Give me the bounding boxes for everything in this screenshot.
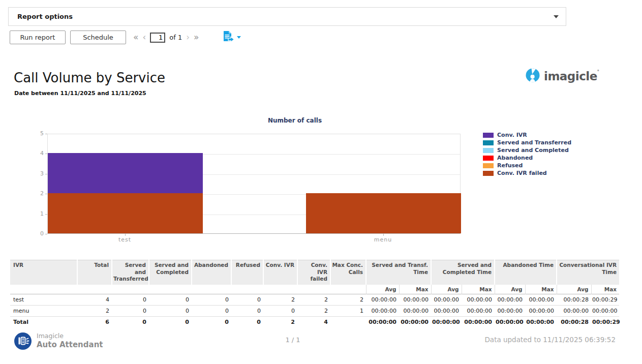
page-count-label: of 1 [169, 34, 182, 41]
column-header: Conv. IVR failed [297, 260, 330, 285]
legend-item: Abandoned [483, 155, 571, 161]
legend-swatch [483, 156, 494, 161]
report-options-bar[interactable]: Report options [8, 7, 566, 26]
legend-swatch [483, 171, 494, 176]
table-cell: test [10, 294, 77, 306]
subcolumn-header: Max [462, 285, 495, 294]
imagicle-logo-icon [526, 68, 540, 84]
footer-brand: Imagicle Auto Attendant [14, 332, 103, 352]
legend-swatch [483, 140, 494, 145]
x-tick-label: menu [353, 236, 414, 243]
table-total-row: Total600002400:00:0000:00:0000:00:0000:0… [10, 317, 619, 328]
table-cell: 00:00:00 [431, 306, 462, 317]
table-total-cell: 0 [192, 317, 231, 328]
legend-label: Served and Completed [497, 147, 569, 154]
table-row: test4000022200:00:0000:00:0000:00:0000:0… [10, 294, 619, 306]
chart-legend: Conv. IVRServed and TransferredServed an… [483, 132, 571, 178]
page-number-input[interactable] [150, 33, 165, 43]
table-cell: 0 [149, 306, 192, 317]
column-group-header: Served and Transf. Time [366, 260, 431, 285]
schedule-button[interactable]: Schedule [70, 31, 126, 44]
table-cell: menu [10, 306, 77, 317]
legend-label: Conv. IVR [497, 132, 527, 138]
legend-item: Conv. IVR [483, 132, 571, 138]
x-tick-mark [383, 234, 384, 236]
table-cell: 2 [330, 294, 366, 306]
bar-segment-test [48, 193, 203, 233]
y-tick-label: 5 [30, 130, 44, 137]
next-page-button[interactable]: › [186, 31, 190, 44]
column-header: IVR [10, 260, 77, 285]
bar-segment-menu [306, 193, 461, 233]
table-total-cell: 00:00:00 [495, 317, 525, 328]
report-options-label: Report options [17, 13, 73, 20]
table-cell: 00:00:00 [462, 306, 495, 317]
table-total-cell: 00:00:28 [557, 317, 591, 328]
x-tick-label: test [95, 236, 156, 243]
subcolumn-header: Max [591, 285, 619, 294]
date-range-subtitle: Date between 11/11/2025 and 11/11/2025 [14, 90, 146, 97]
y-tick-label: 2 [30, 190, 44, 197]
table-cell: 00:00:00 [399, 294, 431, 306]
y-tick-label: 3 [30, 170, 44, 177]
table-total-cell: 0 [112, 317, 149, 328]
column-header: Max Conc. Calls [330, 260, 366, 285]
column-header: Total [77, 260, 112, 285]
table-cell: 2 [297, 294, 330, 306]
y-tick-mark [45, 174, 47, 174]
y-tick-mark [45, 214, 47, 215]
table-cell: 0 [263, 306, 297, 317]
bar-segment-test [48, 153, 203, 193]
footer-page-indicator: 1 / 1 [267, 336, 318, 344]
run-report-button[interactable]: Run report [10, 31, 66, 44]
column-header: Served and Transferred [112, 260, 149, 285]
export-dropdown-caret-icon[interactable] [237, 36, 241, 39]
y-tick-label: 0 [30, 230, 44, 237]
table-total-cell: 0 [231, 317, 263, 328]
column-group-header: Served and Completed Time [431, 260, 495, 285]
table-row: menu2000002100:00:0000:00:0000:00:0000:0… [10, 306, 619, 317]
subcolumn-header: Avg [431, 285, 462, 294]
legend-label: Served and Transferred [497, 139, 571, 146]
column-group-header: Abandoned Time [495, 260, 557, 285]
legend-label: Refused [497, 162, 523, 169]
column-header: Abandoned [192, 260, 231, 285]
table-cell: 0 [192, 294, 231, 306]
table-total-cell: 00:00:29 [591, 317, 619, 328]
table-cell: 00:00:00 [557, 306, 591, 317]
y-tick-mark [45, 194, 47, 194]
chevron-down-icon[interactable] [554, 15, 559, 18]
y-tick-label: 1 [30, 210, 44, 217]
footer-updated-timestamp: Data updated to 11/11/2025 06:39:52 [484, 336, 616, 344]
table-cell: 0 [231, 306, 263, 317]
y-tick-label: 4 [30, 150, 44, 157]
table-cell: 00:00:00 [591, 306, 619, 317]
subcolumn-header: Avg [495, 285, 525, 294]
subcolumn-header: Avg [557, 285, 591, 294]
export-button[interactable] [222, 31, 241, 44]
brand-wordmark: imagicle° [544, 70, 599, 83]
y-tick-mark [45, 234, 47, 234]
report-table-header: IVRTotalServed and TransferredServed and… [10, 260, 619, 294]
legend-label: Abandoned [497, 155, 533, 161]
column-header: Served and Completed [149, 260, 192, 285]
first-page-button[interactable]: « [133, 31, 138, 44]
subcolumn-header: Avg [366, 285, 399, 294]
table-cell: 00:00:00 [399, 306, 431, 317]
legend-item: Served and Completed [483, 147, 571, 153]
table-cell: 00:00:00 [525, 294, 557, 306]
pagination: « ‹ of 1 › » [133, 31, 199, 44]
table-cell: 0 [149, 294, 192, 306]
footer-brand-bottom: Auto Attendant [37, 340, 103, 349]
table-cell: 00:00:28 [557, 294, 591, 306]
table-total-cell [330, 317, 366, 328]
legend-item: Conv. IVR failed [483, 170, 571, 176]
last-page-button[interactable]: » [194, 31, 199, 44]
table-cell: 00:00:00 [525, 306, 557, 317]
table-total-cell: 4 [297, 317, 330, 328]
table-total-cell: 00:00:00 [462, 317, 495, 328]
table-total-cell: 00:00:00 [366, 317, 399, 328]
previous-page-button[interactable]: ‹ [142, 31, 146, 44]
table-total-cell: 0 [149, 317, 192, 328]
legend-item: Served and Transferred [483, 140, 571, 145]
